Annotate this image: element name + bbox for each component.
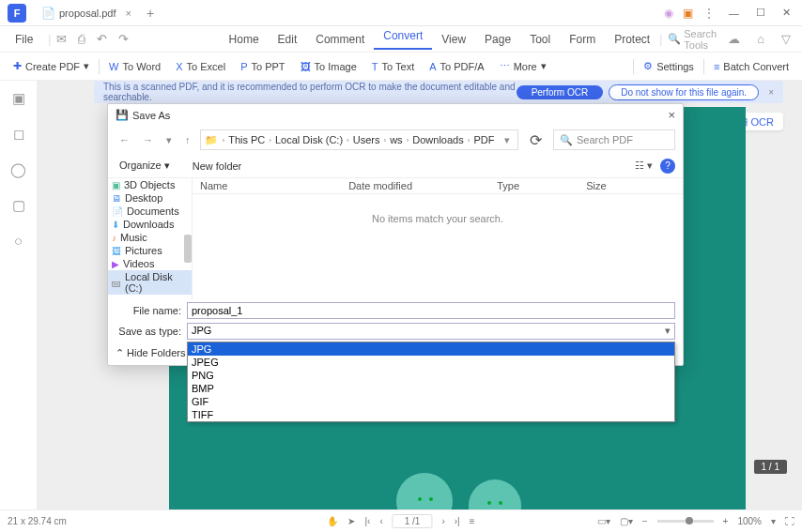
mail-icon[interactable]: ✉ xyxy=(56,32,67,46)
scrollbar-thumb[interactable] xyxy=(184,235,192,263)
zoom-slider[interactable] xyxy=(657,520,714,523)
path-seg[interactable]: Local Disk (C:) xyxy=(273,134,345,145)
path-dropdown-icon[interactable]: ▾ xyxy=(501,132,514,148)
option-bmp[interactable]: BMP xyxy=(188,382,674,395)
file-list[interactable]: Name Date modified Type Size No items ma… xyxy=(193,178,683,300)
menu-form[interactable]: Form xyxy=(560,33,605,46)
view-mode-button[interactable]: ☷ ▾ xyxy=(635,160,653,172)
menu-comment[interactable]: Comment xyxy=(306,33,374,46)
to-ppt-button[interactable]: PTo PPT xyxy=(233,61,292,72)
ai-icon[interactable]: ◉ xyxy=(664,7,673,20)
prev-page-icon[interactable]: ‹ xyxy=(379,516,382,526)
redo-icon[interactable]: ↷ xyxy=(118,32,129,46)
scroll-mode-icon[interactable]: ≡ xyxy=(470,516,475,526)
menu-view[interactable]: View xyxy=(432,33,475,46)
tree-item-selected: 🖴Local Disk (C:) xyxy=(108,270,192,295)
batch-convert-button[interactable]: ≡Batch Convert xyxy=(706,59,796,74)
hand-tool-icon[interactable]: ✋ xyxy=(327,516,338,526)
menu-file[interactable]: File xyxy=(6,33,42,46)
thumbnail-icon[interactable]: ▣ xyxy=(12,90,25,107)
address-bar[interactable]: 📁 › This PC› Local Disk (C:)› Users› ws›… xyxy=(200,129,519,150)
bookmark-icon[interactable]: ◻ xyxy=(13,126,24,143)
cloud-icon[interactable]: ☁ xyxy=(728,32,740,46)
folder-tree[interactable]: ▣3D Objects 🖥Desktop 📄Documents ⬇Downloa… xyxy=(108,178,193,300)
print-icon[interactable]: ⎙ xyxy=(78,32,85,46)
gift-icon[interactable]: ▣ xyxy=(683,7,693,20)
nav-dropdown-icon[interactable]: ▾ xyxy=(162,132,176,148)
option-gif[interactable]: GIF xyxy=(188,395,674,408)
to-word-button[interactable]: WTo Word xyxy=(101,61,168,72)
menu-home[interactable]: Home xyxy=(220,33,269,46)
tab-close-icon[interactable]: × xyxy=(126,8,131,19)
col-date[interactable]: Date modified xyxy=(348,180,497,191)
to-excel-button[interactable]: XTo Excel xyxy=(168,61,233,72)
dialog-close-button[interactable]: × xyxy=(668,108,675,122)
hide-folders-button[interactable]: ⌃ Hide Folders xyxy=(116,347,185,359)
path-seg[interactable]: This PC xyxy=(226,134,267,145)
nav-fwd-icon[interactable]: → xyxy=(139,132,157,147)
page-input[interactable]: 1 /1 xyxy=(393,514,433,528)
settings-button[interactable]: ⚙Settings xyxy=(636,59,702,74)
savetype-select[interactable]: JPG▾ xyxy=(187,323,675,340)
organize-button[interactable]: Organize ▾ xyxy=(116,158,174,174)
search-input[interactable]: 🔍 Search PDF xyxy=(553,129,675,150)
to-image-button[interactable]: 🖼To Image xyxy=(293,61,364,72)
zoom-out-icon[interactable]: − xyxy=(642,516,648,526)
savetype-label: Save as type: xyxy=(116,326,187,337)
fullscreen-icon[interactable]: ⛶ xyxy=(785,516,794,526)
filename-input[interactable] xyxy=(187,302,675,319)
select-tool-icon[interactable]: ➤ xyxy=(347,516,355,526)
document-viewport[interactable]: This is a scanned PDF, and it is recomme… xyxy=(38,81,802,509)
document-tab[interactable]: 📄 proposal.pdf × xyxy=(34,0,139,25)
to-text-button[interactable]: TTo Text xyxy=(364,61,422,72)
comment-icon[interactable]: ◯ xyxy=(10,161,26,178)
option-jpg[interactable]: JPG xyxy=(188,342,674,356)
undo-icon[interactable]: ↶ xyxy=(97,32,107,46)
zoom-in-icon[interactable]: + xyxy=(723,516,729,526)
first-page-icon[interactable]: |‹ xyxy=(364,516,370,526)
fit-width-icon[interactable]: ▭▾ xyxy=(597,516,610,526)
col-name[interactable]: Name xyxy=(200,180,348,191)
attachment-icon[interactable]: ▢ xyxy=(12,197,25,214)
expand-icon[interactable]: ▽ xyxy=(781,32,791,46)
donot-show-button[interactable]: Do not show for this file again. xyxy=(609,84,759,100)
tree-item: ♪Music xyxy=(108,231,192,244)
perform-ocr-button[interactable]: Perform OCR xyxy=(517,85,604,99)
path-seg[interactable]: ws xyxy=(388,134,404,145)
menu-convert[interactable]: Convert xyxy=(374,29,432,50)
zoom-value[interactable]: 100% xyxy=(737,516,762,526)
option-png[interactable]: PNG xyxy=(188,369,674,382)
menu-tool[interactable]: Tool xyxy=(520,33,560,46)
search-icon[interactable]: ○ xyxy=(14,233,23,249)
refresh-icon[interactable]: ⟳ xyxy=(524,131,548,149)
next-page-icon[interactable]: › xyxy=(441,516,444,526)
zoom-thumb[interactable] xyxy=(686,517,693,524)
path-seg[interactable]: Users xyxy=(351,134,382,145)
col-type[interactable]: Type xyxy=(497,180,586,191)
fit-page-icon[interactable]: ▢▾ xyxy=(620,516,633,526)
home-icon[interactable]: ⌂ xyxy=(757,32,764,46)
minimize-button[interactable]: — xyxy=(725,8,743,19)
create-pdf-button[interactable]: ✚Create PDF▾ xyxy=(6,60,97,72)
close-button[interactable]: ✕ xyxy=(779,7,794,19)
maximize-button[interactable]: ☐ xyxy=(752,7,769,19)
more-menu-icon[interactable]: ⋮ xyxy=(702,6,716,21)
last-page-icon[interactable]: ›| xyxy=(455,516,460,526)
nav-up-icon[interactable]: ↑ xyxy=(181,132,194,147)
to-pdfa-button[interactable]: ATo PDF/A xyxy=(422,61,491,72)
option-jpeg[interactable]: JPEG xyxy=(188,356,674,369)
path-seg[interactable]: PDF xyxy=(471,134,496,145)
menu-protect[interactable]: Protect xyxy=(605,33,659,46)
new-tab-button[interactable]: + xyxy=(147,6,154,21)
help-icon[interactable]: ? xyxy=(660,159,675,174)
new-folder-button[interactable]: New folder xyxy=(189,159,246,174)
nav-back-icon[interactable]: ← xyxy=(116,132,133,147)
path-seg[interactable]: Downloads xyxy=(410,134,465,145)
search-tools-input[interactable]: 🔍Search Tools xyxy=(668,28,717,51)
menu-page[interactable]: Page xyxy=(475,33,520,46)
more-button[interactable]: ⋯More▾ xyxy=(492,60,554,72)
menu-edit[interactable]: Edit xyxy=(269,33,307,46)
col-size[interactable]: Size xyxy=(586,180,675,191)
notice-close-icon[interactable]: × xyxy=(768,87,774,98)
option-tiff[interactable]: TIFF xyxy=(188,408,674,421)
